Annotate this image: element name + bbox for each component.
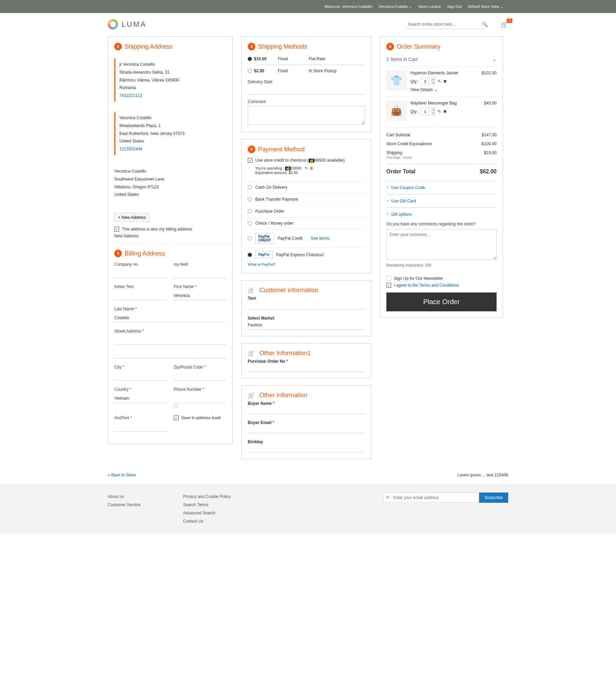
store-locator-link[interactable]: Store Locator	[418, 4, 441, 9]
qty-down[interactable]: ▾	[432, 82, 435, 85]
save-address-checkbox[interactable]: ✓	[174, 415, 179, 420]
market-value[interactable]: Fashion	[248, 321, 365, 330]
shipping-comment[interactable]	[248, 106, 365, 125]
first-name-input[interactable]	[174, 292, 227, 300]
new-address-link[interactable]: New Address	[114, 234, 226, 238]
footer-link[interactable]: About us	[108, 493, 176, 501]
country-label: Country	[114, 387, 167, 392]
giftoptions-toggle[interactable]: ⌃Gift options	[386, 212, 497, 217]
select-market-label: Select Market	[248, 316, 365, 321]
my-field-input[interactable]	[174, 270, 227, 278]
what-is-paypal-link[interactable]: What is PayPal?	[248, 262, 275, 266]
use-credit-checkbox[interactable]: ✓	[248, 158, 253, 163]
street-input-1[interactable]	[114, 336, 226, 345]
logo[interactable]: LUMA	[108, 19, 146, 29]
company-no-input[interactable]	[114, 270, 167, 278]
qty-input[interactable]	[421, 108, 429, 115]
radio-selected[interactable]	[248, 57, 252, 61]
footer-link[interactable]: Advanced Search	[183, 509, 286, 517]
new-address-button[interactable]: + New Address	[114, 213, 150, 222]
chevron-down-icon: ⌄	[409, 4, 412, 9]
remove-icon[interactable]: ✖	[443, 79, 447, 84]
newsletter-email-input[interactable]	[383, 493, 479, 503]
comment-label: Comment	[248, 99, 365, 104]
qty-up[interactable]: ▴	[432, 78, 435, 82]
street-input-2[interactable]	[114, 350, 226, 359]
buyer-email-input[interactable]	[248, 425, 365, 433]
delete-icon[interactable]: 🗑	[310, 166, 313, 170]
welcome-text: Welcome, Veronica Costello!	[324, 4, 372, 9]
place-order-button[interactable]: Place Order	[386, 292, 497, 311]
footer-link[interactable]: Contact Us	[183, 517, 286, 525]
also-billing-label: This address is also my billing address	[122, 227, 192, 232]
shipping-method-row[interactable]: $2.00 Fixed In Store Pickup	[248, 67, 365, 75]
tooltip-icon[interactable]: ⓘ	[174, 403, 178, 409]
view-details-toggle[interactable]: View Details ⌄	[410, 87, 478, 92]
qty-input[interactable]	[421, 78, 429, 85]
item-price: $45.00	[484, 101, 497, 121]
search-input[interactable]	[407, 20, 485, 29]
newsletter-checkbox[interactable]	[386, 276, 391, 281]
shipping-method-row[interactable]: $15.00 Fixed Flat Rate	[248, 55, 365, 63]
last-name-input[interactable]	[114, 314, 226, 323]
cart-items-toggle[interactable]: 2 Items in Cart ⌄	[386, 55, 497, 66]
terms-link[interactable]: I agree to the Terms and Conditions	[394, 283, 459, 288]
po-input[interactable]	[248, 364, 365, 372]
coupon-toggle[interactable]: ⌃Use Coupon Code	[386, 185, 497, 190]
address-list[interactable]: jr Veronica Costello Strada Alexandru Sa…	[114, 55, 226, 211]
buyer-name-input[interactable]	[248, 406, 365, 414]
chevron-down-icon: ⌄	[492, 57, 497, 62]
address-card[interactable]: jr Veronica Costello Strada Alexandru Sa…	[114, 59, 223, 102]
terms-checkbox[interactable]: ✓	[386, 283, 391, 288]
edit-icon[interactable]: ✎	[437, 79, 441, 84]
sign-out-link[interactable]: Sign Out	[447, 4, 462, 9]
radio[interactable]	[248, 69, 252, 73]
back-to-store-link[interactable]: « Back to Store	[108, 473, 136, 477]
middle-column: 3Shipping Methods $15.00 Fixed Flat Rate…	[241, 36, 371, 459]
footer-link[interactable]: Search Terms	[183, 501, 286, 509]
see-terms-link[interactable]: See terms	[311, 236, 330, 241]
address-card[interactable]: Veronica Costello Meadowlands Plaza, 1 E…	[114, 112, 223, 155]
payment-paypal-express[interactable]: PayPalPayPal Express Checkout	[248, 247, 365, 262]
city-input[interactable]	[114, 372, 167, 381]
address-card[interactable]: Veronica Costello Southwest Easystreet L…	[114, 165, 223, 201]
minicart[interactable]: 🛒3	[501, 21, 508, 28]
subscribe-button[interactable]: Subscribe	[479, 493, 508, 503]
also-billing-checkbox[interactable]: ✓	[114, 227, 119, 232]
store-view-menu[interactable]: Default Store View ⌄	[468, 4, 503, 9]
qty-down[interactable]: ▾	[432, 112, 435, 115]
product-thumb[interactable]: 👜	[386, 101, 406, 121]
delivery-date-input[interactable]	[248, 86, 365, 95]
payment-method-row[interactable]: Purchase Order	[248, 205, 365, 217]
gift-comment-input[interactable]	[386, 229, 497, 260]
footer-link[interactable]: Customer Service	[108, 501, 176, 509]
phone-input[interactable]	[174, 395, 227, 403]
andtest-input[interactable]	[114, 423, 167, 432]
remove-icon[interactable]: ✖	[443, 109, 447, 114]
country-input[interactable]	[114, 395, 167, 403]
search-icon[interactable]: 🔍	[482, 22, 488, 27]
gift-question: Do you have any comments regarding the o…	[386, 222, 497, 226]
product-thumb[interactable]: 👕	[386, 71, 406, 90]
product-name[interactable]: Hyperion Elements Jacket	[410, 71, 478, 75]
test-input[interactable]	[248, 301, 365, 310]
payment-method-row[interactable]: Check / Money order	[248, 217, 365, 229]
po-label: Purchase Order No	[248, 359, 365, 364]
brand-text: LUMA	[121, 20, 146, 29]
product-name[interactable]: Wayfarer Messenger Bag	[410, 101, 480, 105]
payment-method-row[interactable]: Bank Transfer Payment	[248, 193, 365, 205]
payment-paypal-credit[interactable]: PayPalCREDITPayPal Credit See terms	[248, 229, 365, 247]
birdday-input[interactable]	[248, 444, 365, 452]
phone-link[interactable]: 7432221112	[119, 93, 142, 98]
payment-method-row[interactable]: Cash On Delivery	[248, 181, 365, 193]
phone-link[interactable]: 1213332444	[119, 147, 142, 151]
edit-icon[interactable]: ✎	[305, 166, 308, 170]
giftcard-toggle[interactable]: ⌃Use Gift Card	[386, 199, 497, 203]
edit-icon[interactable]: ✎	[437, 109, 441, 114]
account-menu[interactable]: Veronica Costello ⌄	[379, 4, 412, 9]
qty-up[interactable]: ▴	[432, 108, 435, 112]
footer-link[interactable]: Privacy and Cookie Policy	[183, 493, 286, 501]
first-name-label: First Name	[174, 284, 227, 289]
ketan-test-input[interactable]	[114, 292, 167, 300]
zip-input[interactable]	[174, 372, 227, 381]
